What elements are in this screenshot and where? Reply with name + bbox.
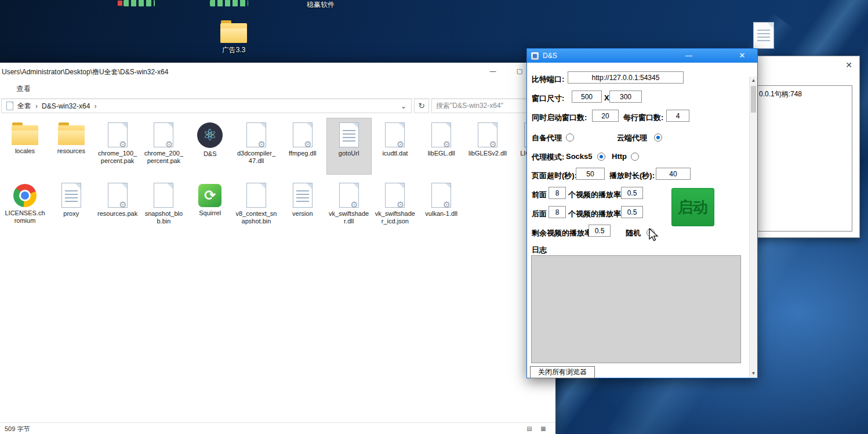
lines-icon	[293, 183, 313, 208]
minimize-button[interactable]: —	[480, 63, 506, 79]
desktop-icon-winner[interactable]: 稳赢软件	[300, 0, 341, 10]
file-label: D&S	[202, 150, 218, 158]
file-item-vulkan-1.dll[interactable]: ⚙vulkan-1.dll	[419, 178, 464, 243]
dands-app-icon	[531, 52, 539, 60]
window-height-input[interactable]	[609, 91, 642, 103]
back-rate-input[interactable]	[621, 206, 643, 218]
file-label: chrome_100_percent.pak	[96, 150, 140, 165]
back-count-input[interactable]	[549, 206, 566, 218]
breadcrumb-parent[interactable]: 全套	[17, 101, 31, 111]
view-thumbnail-icon[interactable]: ▦	[538, 424, 549, 433]
gear-glyph: ⚙	[165, 140, 173, 149]
file-item-D&S[interactable]: ⚛D&S	[187, 118, 233, 175]
file-item-snapshot_blob.bin[interactable]: snapshot_blob.bin	[141, 178, 186, 243]
front-count-input[interactable]	[549, 187, 566, 199]
file-grid: localesresources⚙chrome_100_percent.pak⚙…	[0, 115, 555, 422]
gear-glyph: ⚙	[443, 140, 451, 149]
cloud-proxy-radio[interactable]	[654, 133, 662, 142]
size-separator: X	[604, 93, 609, 102]
status-text: 509 字节	[5, 425, 30, 433]
address-bar[interactable]: 全套 › D&S-win32-x64 › ⌄	[1, 99, 412, 113]
concurrent-input[interactable]	[592, 110, 619, 122]
file-item-version[interactable]: version	[280, 178, 325, 243]
file-item-ffmpeg.dll[interactable]: ⚙ffmpeg.dll	[280, 118, 325, 175]
gear-icon: ⚙	[431, 183, 451, 208]
http-radio[interactable]	[631, 153, 639, 161]
gear-icon: ⚙	[478, 122, 497, 147]
start-button[interactable]: 启动	[671, 188, 714, 226]
file-label: vulkan-1.dll	[424, 210, 459, 218]
menu-view-tab[interactable]: 查看	[16, 79, 31, 99]
file-item-icudtl.dat[interactable]: ⚙icudtl.dat	[372, 118, 417, 175]
scroll-up-icon[interactable]: ▲	[750, 77, 757, 85]
gear-icon: ⚙	[293, 122, 313, 147]
file-label: gotoUrl	[337, 150, 360, 157]
cloud-proxy-label: 云端代理	[617, 133, 647, 143]
scrollbar-thumb[interactable]	[751, 86, 756, 113]
socks5-label: Socks5	[566, 152, 593, 161]
self-proxy-radio[interactable]	[566, 133, 574, 142]
gear-icon: ⚙	[108, 183, 128, 208]
random-radio[interactable]	[647, 229, 655, 237]
play-duration-input[interactable]	[656, 168, 691, 180]
plain-icon	[246, 183, 266, 208]
log-textarea[interactable]	[531, 255, 741, 363]
gear-glyph: ⚙	[443, 200, 451, 209]
back-rate-label: 个视频的播放率:	[568, 209, 623, 219]
folder-icon	[58, 125, 85, 145]
file-label: locales	[14, 147, 36, 155]
explorer-titlebar[interactable]: Users\Administrator\Desktop\撸U全套\D&S-win…	[0, 63, 555, 79]
desktop-icon-ad-folder[interactable]: 广告3.3	[213, 23, 254, 55]
file-item-vk_swiftshader.dll[interactable]: ⚙vk_swiftshader.dll	[326, 178, 372, 243]
gear-icon: ⚙	[385, 183, 405, 208]
explorer-address-row: 全套 › D&S-win32-x64 › ⌄ ↻	[0, 99, 555, 115]
file-item-resources.pak[interactable]: ⚙resources.pak	[95, 178, 140, 243]
file-item-chrome_100_percent.pak[interactable]: ⚙chrome_100_percent.pak	[95, 118, 140, 175]
desktop-icon-document[interactable]	[743, 22, 784, 49]
dands-window: D&S — ✕ 比特端口: 窗口尺寸: X 同时启动窗口数: 每行窗口数: 自备…	[526, 48, 758, 378]
timeout-input[interactable]	[576, 168, 605, 180]
rest-rate-input[interactable]	[589, 225, 611, 237]
explorer-ribbon: 查看	[0, 79, 555, 99]
file-item-locales[interactable]: locales	[2, 118, 48, 175]
folder-icon	[220, 23, 247, 43]
file-item-chrome_200_percent.pak[interactable]: ⚙chrome_200_percent.pak	[141, 118, 186, 175]
breadcrumb-current[interactable]: D&S-win32-x64	[42, 102, 90, 110]
chevron-down-icon[interactable]: ⌄	[401, 102, 406, 110]
file-label: chrome_200_percent.pak	[141, 150, 186, 165]
file-item-resources[interactable]: resources	[49, 118, 94, 175]
file-item-LICENSES.chromium[interactable]: LICENSES.chromium	[2, 178, 48, 243]
close-all-browsers-button[interactable]: 关闭所有浏览器	[530, 366, 595, 378]
file-label: v8_context_snapshot.bin	[234, 210, 278, 225]
file-item-proxy[interactable]: proxy	[49, 178, 94, 243]
minimize-button[interactable]: —	[681, 49, 697, 63]
file-item-Squirrel[interactable]: ⟳Squirrel	[187, 178, 233, 243]
front-label: 前面	[532, 190, 547, 200]
plain-icon	[154, 183, 173, 208]
window-width-input[interactable]	[572, 91, 602, 103]
refresh-icon[interactable]: ↻	[414, 99, 429, 113]
cut-off-desktop-label	[124, 0, 155, 6]
close-button[interactable]: ✕	[734, 49, 750, 63]
socks5-radio[interactable]	[597, 153, 605, 161]
file-item-vk_swiftshader_icd.json[interactable]: ⚙vk_swiftshader_icd.json	[372, 178, 417, 243]
scroll-down-icon[interactable]: ▼	[750, 370, 757, 378]
timeout-label: 页面超时(秒):	[532, 171, 577, 181]
per-row-input[interactable]	[666, 110, 689, 122]
file-label: ffmpeg.dll	[288, 150, 318, 157]
port-input[interactable]	[568, 71, 684, 84]
folder-icon	[12, 125, 38, 145]
scrollbar[interactable]: ▲ ▼	[749, 77, 757, 378]
dands-titlebar[interactable]: D&S — ✕	[527, 49, 757, 63]
file-item-gotoUrl[interactable]: gotoUrl	[326, 118, 372, 175]
file-item-d3dcompiler_47.dll[interactable]: ⚙d3dcompiler_47.dll	[234, 118, 279, 175]
file-item-libGLESv2.dll[interactable]: ⚙libGLESv2.dll	[465, 118, 510, 175]
file-item-libEGL.dll[interactable]: ⚙libEGL.dll	[419, 118, 464, 175]
file-item-v8_context_snapshot.bin[interactable]: v8_context_snapshot.bin	[234, 178, 279, 243]
front-rate-input[interactable]	[621, 187, 643, 199]
view-list-icon[interactable]: ▤	[524, 424, 535, 433]
gear-icon: ⚙	[431, 122, 451, 147]
document-icon	[753, 22, 774, 49]
desktop-icon-label: 稳赢软件	[307, 0, 335, 10]
close-icon[interactable]: ✕	[845, 61, 852, 69]
